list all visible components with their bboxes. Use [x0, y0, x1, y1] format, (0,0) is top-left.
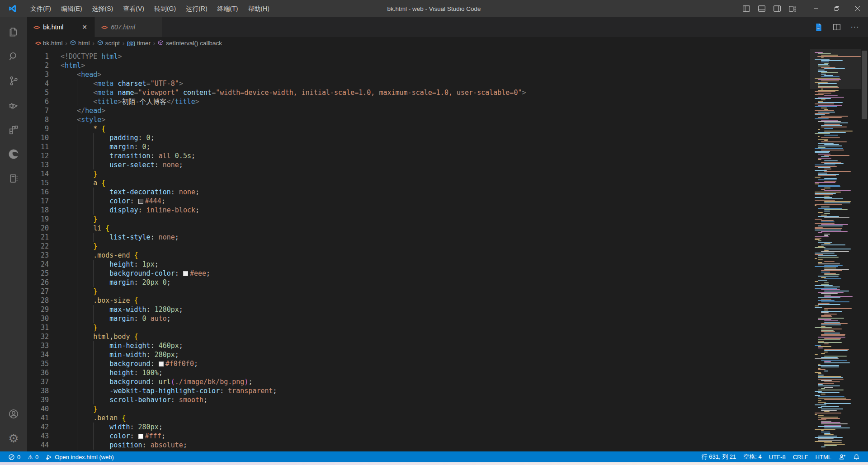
restore-icon[interactable]: [826, 0, 847, 17]
code-line[interactable]: 26 margin: 20px 0;: [27, 278, 810, 287]
search-icon[interactable]: [3, 45, 24, 68]
menu-item[interactable]: 编辑(E): [56, 0, 87, 17]
code-line[interactable]: 38 -webkit-tap-highlight-color: transpar…: [27, 386, 810, 395]
status-encoding[interactable]: UTF-8: [765, 451, 789, 462]
code-line[interactable]: 3 <head>: [27, 70, 810, 79]
code-line[interactable]: 8 <style>: [27, 115, 810, 124]
menu-item[interactable]: 帮助(H): [243, 0, 274, 17]
code-line[interactable]: 29 max-width: 1280px;: [27, 305, 810, 314]
code-line[interactable]: 13 user-select: none;: [27, 160, 810, 169]
code-line[interactable]: 25 background-color: #eee;: [27, 269, 810, 278]
run-debug-icon[interactable]: [3, 94, 24, 117]
code-line[interactable]: 9 * {: [27, 124, 810, 133]
close-icon[interactable]: [847, 0, 868, 17]
code-line[interactable]: 6 <title>初陌-个人博客</title>: [27, 97, 810, 106]
code-line[interactable]: 4 <meta charset="UTF-8">: [27, 79, 810, 88]
toggle-sidebar-icon[interactable]: [740, 2, 753, 15]
minimap-line: [815, 113, 830, 114]
breadcrumb-item[interactable]: setInterval() callback: [158, 40, 222, 47]
code-line[interactable]: 19 }: [27, 215, 810, 224]
scrollbar-thumb[interactable]: [862, 51, 867, 119]
code-line[interactable]: 44 position: absolute;: [27, 441, 810, 450]
minimize-icon[interactable]: [806, 0, 826, 17]
tab-bk.html[interactable]: <>bk.html✕: [27, 17, 95, 37]
source-control-icon[interactable]: [3, 70, 24, 92]
code-line[interactable]: 39 scroll-behavior: smooth;: [27, 395, 810, 404]
breadcrumb-item[interactable]: script: [97, 40, 120, 47]
code-line[interactable]: 16 text-decoration: none;: [27, 188, 810, 197]
code-line[interactable]: 35 background: #f0f0f0;: [27, 359, 810, 368]
code-line[interactable]: 7 </head>: [27, 106, 810, 115]
code-line[interactable]: 33 min-height: 460px;: [27, 341, 810, 350]
menu-item[interactable]: 转到(G): [149, 0, 181, 17]
code-line[interactable]: 34 min-width: 280px;: [27, 350, 810, 359]
code-line[interactable]: 30 margin: 0 auto;: [27, 314, 810, 323]
code-line[interactable]: 32 html,body {: [27, 332, 810, 341]
code-line[interactable]: 36 height: 100%;: [27, 368, 810, 377]
code-line[interactable]: 27 }: [27, 287, 810, 296]
explorer-icon[interactable]: [3, 21, 24, 43]
color-swatch[interactable]: [159, 362, 164, 366]
code-line[interactable]: 24 height: 1px;: [27, 260, 810, 269]
status-indentation[interactable]: 空格: 4: [740, 451, 765, 462]
code-line[interactable]: 17 color: #444;: [27, 197, 810, 206]
tab-close-icon[interactable]: ✕: [80, 23, 89, 32]
code-line[interactable]: 5 <meta name="viewport" content="width=d…: [27, 88, 810, 97]
code-line[interactable]: 23 .mods-end {: [27, 251, 810, 260]
code-line[interactable]: 15 a {: [27, 178, 810, 188]
code-line[interactable]: 1<!DOCTYPE html>: [27, 52, 810, 61]
code-line[interactable]: 11 margin: 0;: [27, 142, 810, 151]
breadcrumb-item[interactable]: <>bk.html: [35, 40, 63, 47]
code-line[interactable]: 2<html>: [27, 61, 810, 70]
status-eol[interactable]: CRLF: [789, 451, 812, 462]
code-line[interactable]: 43 color: #fff;: [27, 432, 810, 441]
code-line[interactable]: 21 list-style: none;: [27, 233, 810, 242]
minimap-line: [824, 144, 839, 145]
status-cursor-position[interactable]: 行 631, 列 21: [698, 451, 740, 462]
edge-browser-icon[interactable]: [3, 143, 24, 165]
status-problems-errors[interactable]: 0: [5, 451, 24, 462]
tab-607.html[interactable]: <>607.html: [95, 17, 163, 37]
code-line[interactable]: 40 }: [27, 404, 810, 413]
code-line[interactable]: 28 .box-size {: [27, 296, 810, 305]
customize-layout-icon[interactable]: [786, 2, 799, 15]
split-editor-icon[interactable]: [831, 21, 843, 33]
code-line[interactable]: 31 }: [27, 323, 810, 332]
account-icon[interactable]: [3, 403, 24, 425]
menu-item[interactable]: 运行(R): [181, 0, 212, 17]
status-notifications[interactable]: [849, 451, 863, 462]
menu-item[interactable]: 查看(V): [118, 0, 149, 17]
breadcrumb-item[interactable]: html: [70, 40, 90, 47]
color-swatch[interactable]: [138, 199, 143, 204]
open-in-browser-icon[interactable]: PHP: [813, 21, 825, 33]
toggle-panel-icon[interactable]: [755, 2, 769, 15]
status-problems-warnings[interactable]: ⚠0: [24, 451, 42, 462]
code-line[interactable]: 20 li {: [27, 224, 810, 233]
color-swatch[interactable]: [138, 434, 143, 439]
editor-scrollbar[interactable]: [861, 49, 868, 451]
status-feedback[interactable]: [835, 451, 849, 462]
code-line[interactable]: 10 padding: 0;: [27, 133, 810, 142]
code-line[interactable]: 22 }: [27, 242, 810, 251]
code-line[interactable]: 18 display: inline-block;: [27, 206, 810, 215]
color-swatch[interactable]: [183, 271, 188, 276]
status-open-in-web[interactable]: Open index.html (web): [42, 451, 118, 462]
code-line[interactable]: 14 }: [27, 169, 810, 178]
settings-gear-icon[interactable]: ⚙: [3, 427, 24, 450]
more-actions-icon[interactable]: ···: [849, 21, 861, 33]
code-area[interactable]: 1<!DOCTYPE html>2<html>3 <head>4 <meta c…: [27, 49, 810, 451]
code-line[interactable]: 37 background: url(./image/bk/bg.png);: [27, 377, 810, 386]
status-language-mode[interactable]: HTML: [812, 451, 835, 462]
code-line[interactable]: 12 transition: all 0.5s;: [27, 151, 810, 160]
toggle-secondary-sidebar-icon[interactable]: [770, 2, 784, 15]
code-line[interactable]: 42 width: 280px;: [27, 423, 810, 432]
minimap[interactable]: [810, 49, 861, 451]
notebook-icon[interactable]: [3, 167, 24, 190]
breadcrumb-item[interactable]: [@]timer: [127, 40, 151, 47]
extensions-icon[interactable]: [3, 118, 24, 141]
menu-item[interactable]: 终端(T): [212, 0, 243, 17]
minimap-line: [821, 324, 841, 325]
code-line[interactable]: 41 .beian {: [27, 413, 810, 423]
menu-item[interactable]: 文件(F): [25, 0, 56, 17]
menu-item[interactable]: 选择(S): [87, 0, 118, 17]
